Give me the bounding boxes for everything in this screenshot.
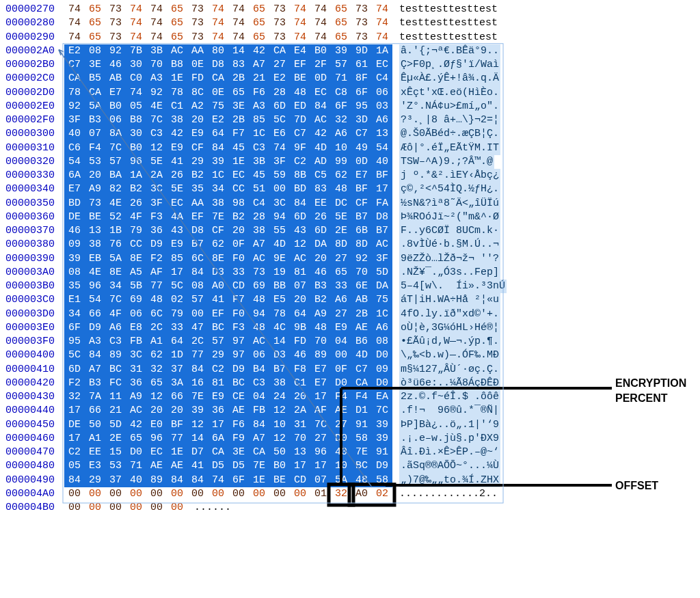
hex-byte[interactable]: EE: [310, 197, 331, 210]
hex-bytes[interactable]: 000000000000: [64, 501, 187, 515]
hex-byte[interactable]: 14: [228, 44, 249, 58]
hex-byte[interactable]: 37: [105, 474, 126, 487]
hex-byte[interactable]: D1: [351, 404, 372, 418]
hex-byte[interactable]: D7: [187, 446, 208, 459]
hex-byte[interactable]: 43: [290, 224, 310, 238]
hex-bytes[interactable]: 925AB0054EC1A2753EA36DED846F9503: [64, 100, 392, 113]
hex-byte[interactable]: 74: [310, 3, 331, 16]
hex-byte[interactable]: 7D: [290, 113, 310, 127]
hex-byte[interactable]: 20: [310, 252, 331, 266]
hex-byte[interactable]: 0F: [228, 238, 249, 252]
hex-byte[interactable]: 74: [290, 16, 310, 30]
hex-byte[interactable]: C7: [290, 127, 310, 141]
hex-byte[interactable]: 40: [126, 474, 146, 487]
hex-byte[interactable]: 65: [146, 377, 167, 390]
hex-byte[interactable]: 65: [167, 16, 187, 30]
hex-byte[interactable]: 17: [167, 266, 187, 280]
hex-byte[interactable]: 5D: [372, 266, 392, 280]
hex-byte[interactable]: FB: [126, 335, 146, 349]
hex-byte[interactable]: 00: [167, 501, 187, 515]
hex-byte[interactable]: A6: [372, 113, 392, 127]
hex-byte[interactable]: 00: [290, 487, 310, 501]
hex-byte[interactable]: 41: [167, 155, 187, 169]
hex-byte[interactable]: 6A: [64, 169, 85, 182]
hex-bytes[interactable]: 6A20BA1A2A26B21CEC45598BC562E7BF: [64, 169, 392, 182]
hex-byte[interactable]: 6F: [64, 321, 85, 335]
hex-byte[interactable]: BF: [372, 169, 392, 182]
hex-byte[interactable]: 17: [290, 459, 310, 473]
hex-bytes[interactable]: 74657374746573747465737474657374: [64, 16, 392, 30]
hex-byte[interactable]: 57: [331, 58, 351, 72]
hex-byte[interactable]: 48: [351, 474, 372, 487]
hex-byte[interactable]: 5B: [126, 280, 146, 293]
hex-byte[interactable]: 36: [146, 224, 167, 238]
hex-byte[interactable]: 8E: [105, 266, 126, 280]
hex-byte[interactable]: C2: [290, 155, 310, 169]
hex-byte[interactable]: EC: [372, 58, 392, 72]
hex-byte[interactable]: 6D: [64, 363, 85, 377]
hex-byte[interactable]: 8D: [351, 238, 372, 252]
hex-byte[interactable]: 69: [126, 293, 146, 307]
hex-byte[interactable]: 54: [64, 155, 85, 169]
hex-byte[interactable]: 5A: [331, 474, 351, 487]
hex-byte[interactable]: 14: [269, 335, 290, 349]
hex-byte[interactable]: 06: [105, 113, 126, 127]
hex-byte[interactable]: 99: [331, 155, 351, 169]
hex-byte[interactable]: AC: [249, 252, 269, 266]
hex-byte[interactable]: B8: [126, 113, 146, 127]
hex-byte[interactable]: D3: [208, 266, 228, 280]
hex-byte[interactable]: 73: [187, 16, 208, 30]
hex-byte[interactable]: B2: [310, 293, 331, 307]
hex-byte[interactable]: A9: [310, 308, 331, 321]
hex-byte[interactable]: C1: [167, 100, 187, 113]
hex-byte[interactable]: 59: [269, 169, 290, 182]
hex-byte[interactable]: E2: [64, 44, 85, 58]
hex-byte[interactable]: EC: [167, 197, 187, 210]
hex-byte[interactable]: 65: [167, 31, 187, 44]
hex-byte[interactable]: 00: [187, 487, 208, 501]
hex-byte[interactable]: 65: [228, 86, 249, 100]
hex-byte[interactable]: 65: [249, 16, 269, 30]
hex-byte[interactable]: 6F: [228, 474, 249, 487]
hex-byte[interactable]: A2: [187, 100, 208, 113]
hex-byte[interactable]: F0: [228, 252, 249, 266]
hex-byte[interactable]: 73: [187, 31, 208, 44]
hex-byte[interactable]: 1E: [249, 474, 269, 487]
hex-byte[interactable]: D8: [208, 58, 228, 72]
hex-byte[interactable]: B8: [167, 58, 187, 72]
hex-byte[interactable]: 39: [372, 418, 392, 432]
hex-byte[interactable]: 65: [331, 266, 351, 280]
hex-byte[interactable]: 74: [310, 16, 331, 30]
hex-byte[interactable]: 06: [249, 349, 269, 362]
hex-byte[interactable]: 84: [85, 349, 105, 362]
hex-byte[interactable]: 62: [331, 169, 351, 182]
hex-byte[interactable]: AD: [310, 155, 331, 169]
hex-byte[interactable]: 65: [85, 31, 105, 44]
hex-byte[interactable]: 5C: [167, 280, 187, 293]
hex-byte[interactable]: 45: [249, 169, 269, 182]
hex-byte[interactable]: B3: [85, 113, 105, 127]
hex-byte[interactable]: 79: [167, 308, 187, 321]
hex-byte[interactable]: 84: [208, 141, 228, 155]
hex-byte[interactable]: F7: [228, 127, 249, 141]
hex-byte[interactable]: CA: [64, 72, 85, 85]
hex-byte[interactable]: F2: [64, 377, 85, 390]
hex-byte[interactable]: 20: [228, 224, 249, 238]
hex-byte[interactable]: C6: [64, 141, 85, 155]
hex-byte[interactable]: 00: [105, 487, 126, 501]
hex-byte[interactable]: CA: [208, 72, 228, 85]
hex-byte[interactable]: 91: [351, 418, 372, 432]
hex-byte[interactable]: 02: [372, 487, 392, 501]
hex-byte[interactable]: E9: [331, 321, 351, 335]
hex-byte[interactable]: 65: [249, 31, 269, 44]
hex-byte[interactable]: EC: [146, 446, 167, 459]
hex-byte[interactable]: AA: [187, 44, 208, 58]
hex-byte[interactable]: 48: [249, 321, 269, 335]
hex-byte[interactable]: 6F: [351, 86, 372, 100]
hex-bytes[interactable]: C2EE15D0EC1ED7CA3ECA501396407E91: [64, 446, 392, 459]
hex-byte[interactable]: 48: [331, 182, 351, 196]
hex-byte[interactable]: 38: [269, 377, 290, 390]
hex-byte[interactable]: 84: [187, 474, 208, 487]
hex-byte[interactable]: 00: [146, 501, 167, 515]
hex-byte[interactable]: 39: [187, 404, 208, 418]
